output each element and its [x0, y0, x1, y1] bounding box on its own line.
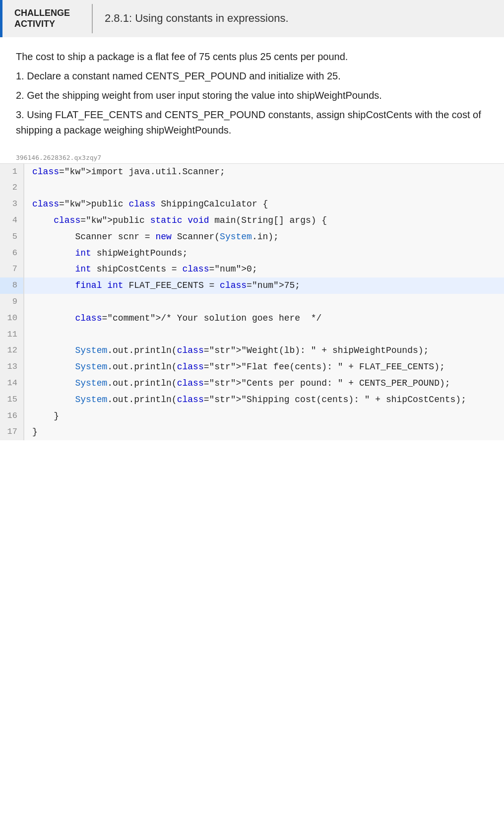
line-content: System.out.println(class="str">"Cents pe… [24, 375, 504, 392]
line-content [24, 294, 504, 310]
line-number: 12 [0, 343, 24, 359]
line-number: 2 [0, 180, 24, 196]
line-number: 7 [0, 261, 24, 277]
challenge-header: CHALLENGE ACTIVITY 2.8.1: Using constant… [0, 0, 504, 37]
line-content: class="kw">public class ShippingCalculat… [24, 196, 504, 212]
code-row: 16 } [0, 408, 504, 424]
code-row: 3class="kw">public class ShippingCalcula… [0, 196, 504, 212]
line-number: 13 [0, 359, 24, 375]
line-number: 1 [0, 164, 24, 180]
line-number: 14 [0, 375, 24, 392]
line-number: 11 [0, 327, 24, 343]
challenge-label: CHALLENGE ACTIVITY [2, 0, 92, 37]
description-step2: 2. Get the shipping weight from user inp… [16, 88, 488, 103]
description-step3: 3. Using FLAT_FEE_CENTS and CENTS_PER_PO… [16, 107, 488, 138]
line-number: 10 [0, 310, 24, 327]
line-content: System.out.println(class="str">"Flat fee… [24, 359, 504, 375]
line-content [24, 180, 504, 196]
challenge-title: 2.8.1: Using constants in expressions. [93, 0, 301, 37]
code-block: 1class="kw">import java.util.Scanner;2 3… [0, 163, 504, 441]
line-number: 15 [0, 392, 24, 408]
challenge-label-title: CHALLENGE [14, 8, 80, 19]
bottom-padding [0, 440, 504, 460]
line-number: 17 [0, 424, 24, 440]
line-content: final int FLAT_FEE_CENTS = class="num">7… [24, 277, 504, 294]
description-step1: 1. Declare a constant named CENTS_PER_PO… [16, 69, 488, 84]
challenge-label-subtitle: ACTIVITY [14, 19, 80, 29]
code-row: 12 System.out.println(class="str">"Weigh… [0, 343, 504, 359]
code-row: 4 class="kw">public static void main(Str… [0, 212, 504, 229]
code-row: 15 System.out.println(class="str">"Shipp… [0, 392, 504, 408]
code-row: 6 int shipWeightPounds; [0, 245, 504, 262]
line-content: } [24, 408, 504, 424]
code-row: 8 final int FLAT_FEE_CENTS = class="num"… [0, 277, 504, 294]
line-number: 5 [0, 229, 24, 245]
line-number: 4 [0, 212, 24, 229]
line-content: class="comment">/* Your solution goes he… [24, 310, 504, 327]
line-number: 3 [0, 196, 24, 212]
line-content: System.out.println(class="str">"Weight(l… [24, 343, 504, 359]
description-intro: The cost to ship a package is a flat fee… [16, 49, 488, 65]
code-row: 2 [0, 180, 504, 196]
code-table: 1class="kw">import java.util.Scanner;2 3… [0, 164, 504, 441]
line-content: class="kw">public static void main(Strin… [24, 212, 504, 229]
description-block: The cost to ship a package is a flat fee… [0, 49, 504, 150]
code-row: 10 class="comment">/* Your solution goes… [0, 310, 504, 327]
line-content: } [24, 424, 504, 440]
file-label: 396146.2628362.qx3zqy7 [0, 150, 504, 163]
code-row: 9 [0, 294, 504, 310]
code-row: 11 [0, 327, 504, 343]
line-number: 6 [0, 245, 24, 262]
code-row: 7 int shipCostCents = class="num">0; [0, 261, 504, 277]
line-number: 9 [0, 294, 24, 310]
line-content: int shipCostCents = class="num">0; [24, 261, 504, 277]
code-row: 17} [0, 424, 504, 440]
line-content: int shipWeightPounds; [24, 245, 504, 262]
page-container: CHALLENGE ACTIVITY 2.8.1: Using constant… [0, 0, 504, 823]
line-number: 8 [0, 277, 24, 294]
line-number: 16 [0, 408, 24, 424]
line-content: System.out.println(class="str">"Shipping… [24, 392, 504, 408]
line-content: class="kw">import java.util.Scanner; [24, 164, 504, 180]
code-row: 13 System.out.println(class="str">"Flat … [0, 359, 504, 375]
code-row: 5 Scanner scnr = new Scanner(System.in); [0, 229, 504, 245]
code-row: 14 System.out.println(class="str">"Cents… [0, 375, 504, 392]
line-content [24, 327, 504, 343]
code-row: 1class="kw">import java.util.Scanner; [0, 164, 504, 180]
line-content: Scanner scnr = new Scanner(System.in); [24, 229, 504, 245]
